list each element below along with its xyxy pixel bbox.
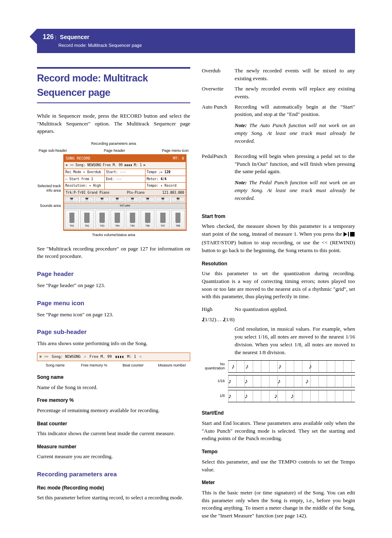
- fig-title-left: SONG RECORD: [66, 156, 90, 161]
- svg-rect-1: [348, 232, 349, 237]
- resolution-range: 𝅘𝅥𝅯 (1/32)… 𝅘𝅥𝅮 (1/8): [202, 316, 355, 324]
- demo-free: Free M. 99: [90, 354, 112, 359]
- multitrack-figure: Recording parameters area Page sub-heade…: [37, 141, 190, 237]
- quant-label-16: 1/16: [202, 379, 228, 383]
- fig-track-mid: Ptu-Piano: [127, 190, 145, 195]
- start-end-text: Start and End locators. These parameters…: [202, 420, 355, 443]
- fig-volume-bar: Volume: [64, 203, 186, 209]
- fig-slider-row: 100 T01100 T02100 T03100 T04100 T05100 T…: [64, 209, 186, 230]
- page-subsection-title: Record mode: Multitrack Sequencer page: [58, 42, 349, 49]
- resolution-heading: Resolution: [202, 260, 355, 267]
- fig-sub-song: Song: NEWSONG: [76, 163, 101, 168]
- fig-sub-meas: M: 1: [134, 163, 142, 168]
- def-high-desc: No quantization applied.: [235, 306, 355, 313]
- def-autopunch-desc: Recording will automatically begin at th…: [235, 104, 355, 118]
- song-name-text: Name of the Song in record.: [37, 384, 190, 392]
- autopunch-note-text: The Auto Punch function will not work on…: [235, 122, 355, 144]
- demo-label-song: Song name: [39, 363, 72, 368]
- after-fig-paragraph: See "Multitrack recording procedure" on …: [37, 245, 190, 261]
- section-recording-params: Recording parameters area: [37, 470, 190, 479]
- quant-staff-16: ♪ ♪ ♪ ♪: [228, 375, 355, 387]
- left-column: Record mode: Multitrack Sequencer page W…: [37, 67, 190, 525]
- free-memory-heading: Free memory %: [37, 397, 190, 404]
- autopunch-note-label: Note:: [235, 122, 247, 128]
- def-overdub-desc: The newly recorded events will be mixed …: [235, 67, 355, 83]
- fig-label-sounds: Sounds area: [37, 204, 61, 208]
- def-overwrite: Overwrite The newly recorded events will…: [202, 85, 355, 101]
- fig-label-header: Page header: [104, 148, 125, 153]
- fig-label-track-info: Selected track info area: [37, 184, 61, 193]
- def-pedalpunch-desc: Recording will begin when pressing a ped…: [235, 153, 355, 175]
- demo-meas: M: 1: [127, 354, 136, 359]
- def-overdub-term: Overdub: [202, 67, 235, 83]
- beat-counter-heading: Beat counter: [37, 420, 190, 427]
- def-overdub: Overdub The newly recorded events will b…: [202, 67, 355, 83]
- def-pedalpunch: PedalPunch Recording will begin when pre…: [202, 153, 355, 207]
- fig-slider-cell: 100 T08: [171, 210, 185, 229]
- start-from-heading: Start from: [202, 213, 355, 220]
- tempo-text: Select this parameter, and use the TEMPO…: [202, 458, 355, 474]
- svg-marker-0: [344, 232, 347, 237]
- fig-slider-cell: 100 T03: [95, 210, 109, 229]
- fig-slider-cell: 100 T02: [80, 210, 94, 229]
- demo-label-meas: Measure number: [155, 363, 189, 368]
- fig-label-menu-icon: Page menu icon: [162, 148, 189, 153]
- fig-sub-free: Free M. 99: [103, 163, 122, 168]
- fig-top-label: Recording parameters area: [37, 141, 190, 146]
- fig-track-right: 121.003.000: [162, 190, 184, 195]
- demo-label-free: Free memory %: [78, 363, 111, 368]
- resolution-text: Use this parameter to set the quantizati…: [202, 270, 355, 301]
- start-from-text: When checked, the measure shown by this …: [202, 223, 355, 254]
- rec-mode-heading: Rec mode (Recording mode): [37, 485, 190, 492]
- def-autopunch: Auto Punch Recording will automatically …: [202, 103, 355, 150]
- quant-label-noq: No quantization: [202, 362, 228, 371]
- quant-staff-8: ♪ ♪ ♪ ♪: [228, 390, 355, 402]
- meter-text: This is the basic meter (or time signatu…: [202, 489, 355, 520]
- measure-number-heading: Measure number: [37, 443, 190, 450]
- def-high: High No quantization applied.: [202, 306, 355, 313]
- fig-bottom-label: Tracks volume/status area: [37, 232, 190, 238]
- page-header-text: See "Page header" on page 123.: [37, 282, 190, 290]
- free-memory-text: Percentage of remaining memory available…: [37, 407, 190, 415]
- def-pedalpunch-term: PedalPunch: [202, 153, 235, 207]
- section-page-header: Page header: [37, 269, 190, 278]
- rec-mode-text: Set this parameter before starting recor…: [37, 494, 190, 502]
- fig-title-right: MT: 0: [173, 156, 184, 161]
- fig-slider-cell: 100 T01: [65, 210, 79, 229]
- def-overwrite-term: Overwrite: [202, 85, 235, 101]
- fig-track-left: Trk:P-Tr01 Grand Piano: [66, 190, 109, 195]
- song-name-heading: Song name: [37, 374, 190, 381]
- meter-heading: Meter: [202, 479, 355, 486]
- page-number: 126: [43, 33, 54, 40]
- fig-slider-cell: 100 T05: [126, 210, 140, 229]
- def-range-desc: Grid resolution, in musical values. For …: [235, 325, 355, 356]
- section-page-menu-icon: Page menu icon: [37, 299, 190, 308]
- play-stop-icon: [344, 231, 355, 239]
- quantization-figure: No quantization ♪ ♪ ♪ ♪ 1/16 ♪ ♪ ♪ ♪ 1/8: [202, 360, 355, 402]
- page-section-title: Sequencer: [60, 34, 90, 40]
- tempo-heading: Tempo: [202, 448, 355, 455]
- def-autopunch-term: Auto Punch: [202, 103, 235, 150]
- demo-label-beat: Beat counter: [117, 363, 150, 368]
- start-end-heading: Start/End: [202, 410, 355, 417]
- def-high-term: High: [202, 306, 235, 313]
- sub-header-demo: ≡ 👓 Song: NEWSONG ≡ Free M. 99 ▮▮▮▮ M: 1…: [37, 352, 190, 361]
- svg-rect-2: [350, 232, 355, 237]
- fig-screenshot: SONG RECORD MT: 0 ≡ 👓 Song: NEWSONG Free…: [63, 154, 187, 230]
- main-title: Record mode: Multitrack Sequencer page: [37, 67, 190, 103]
- page-header-bar: 126 | Sequencer Record mode: Multitrack …: [37, 29, 355, 53]
- fig-label-sub-header: Page sub-header: [39, 148, 67, 153]
- quant-staff-noq: ♪ ♪ ♪ ♪: [228, 360, 355, 373]
- pedalpunch-note-label: Note:: [235, 179, 247, 186]
- page-menu-icon-text: See "Page menu icon" on page 123.: [37, 311, 190, 319]
- pedalpunch-note-text: The Pedal Punch function will not work o…: [235, 179, 355, 201]
- measure-number-text: Current measure you are recording.: [37, 453, 190, 461]
- def-overwrite-desc: The newly recorded events will replace a…: [235, 85, 355, 101]
- right-column: Overdub The newly recorded events will b…: [202, 67, 355, 525]
- fig-slider-cell: 100 T06: [141, 210, 154, 229]
- beat-counter-text: This indicator shows the current beat in…: [37, 430, 190, 438]
- section-page-sub-header: Page sub-header: [37, 327, 190, 336]
- intro-paragraph: While in Sequencer mode, press the RECOR…: [37, 112, 190, 136]
- page-sub-header-text: This area shows some performing info on …: [37, 340, 190, 348]
- quant-label-8: 1/8: [202, 394, 228, 398]
